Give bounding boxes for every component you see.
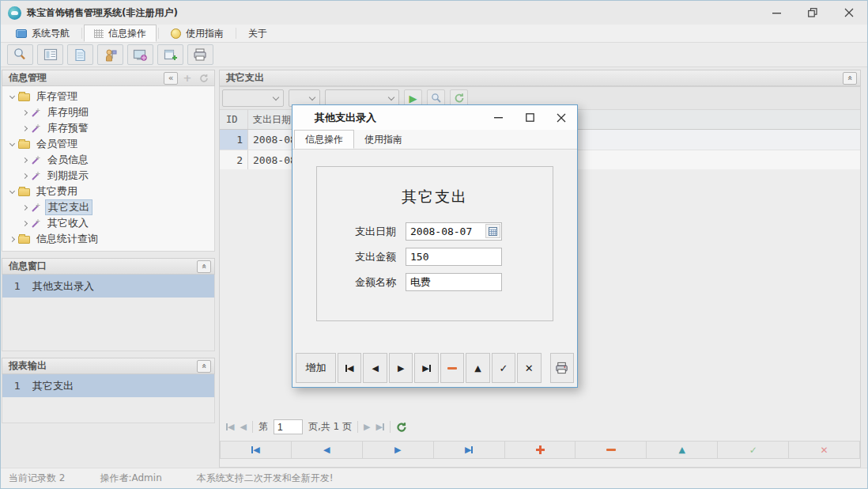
collapse-up-button[interactable]: « (843, 72, 857, 85)
expense-amount-input[interactable] (406, 248, 502, 266)
refresh-icon[interactable] (197, 72, 211, 85)
dialog-tab-info-ops[interactable]: 信息操作 (294, 130, 354, 149)
document-button[interactable] (67, 44, 93, 65)
minimize-button[interactable] (758, 1, 794, 25)
print-button[interactable] (187, 44, 213, 65)
dialog-first-button[interactable]: ◀ (338, 353, 361, 383)
calendar-dropdown-button[interactable] (485, 224, 500, 238)
menu-item-system-nav[interactable]: 系统导航 (6, 25, 80, 42)
collapse-left-button[interactable]: « (164, 72, 178, 85)
record-count-label: 当前记录数 2 (9, 472, 65, 485)
nav-prev-button[interactable]: ◀ (292, 442, 363, 458)
tree-node-inventory-alert[interactable]: 库存预警 (2, 120, 214, 136)
dialog-confirm-button[interactable]: ✓ (492, 353, 515, 383)
divider (357, 421, 358, 433)
cell-id: 2 (220, 150, 248, 169)
dialog-next-button[interactable]: ▶ (389, 353, 413, 383)
chevron-right-icon (22, 204, 28, 210)
restore-button[interactable] (794, 1, 831, 25)
close-button[interactable] (831, 1, 867, 25)
collapse-up-button[interactable]: « (197, 360, 211, 373)
wand-icon (31, 171, 41, 181)
chevron-down-icon (9, 188, 15, 193)
tree-node-inventory[interactable]: 库存管理 (2, 89, 214, 104)
list-item[interactable]: 1 其它支出 (2, 374, 214, 397)
reload-button[interactable] (396, 422, 407, 433)
chevron-down-icon (273, 93, 279, 100)
calendar-icon (489, 227, 497, 236)
dialog-edit-button[interactable]: ▲ (466, 353, 489, 383)
dialog-prev-button[interactable]: ◀ (363, 353, 387, 383)
search-icon (13, 47, 28, 62)
chevron-down-icon (309, 93, 315, 100)
record-edit-button[interactable]: ▲ (647, 442, 718, 458)
app-logo-icon (8, 6, 21, 20)
nav-next-button[interactable]: ▶ (363, 442, 434, 458)
plus-icon (536, 445, 545, 454)
page-number-input[interactable] (274, 419, 303, 434)
menu-item-about[interactable]: 关于 (238, 25, 277, 42)
tree-node-inventory-detail[interactable]: 库存明细 (2, 104, 214, 120)
content-panel-header: 其它支出 « (219, 70, 861, 86)
prev-page-button[interactable]: ◀ (240, 422, 246, 432)
tree-node-other-expense[interactable]: 其它支出 (2, 199, 214, 215)
dialog-delete-button[interactable] (440, 353, 464, 383)
grid-icon (94, 29, 104, 38)
refresh-icon (396, 422, 407, 433)
record-add-button[interactable] (505, 442, 576, 458)
list-item[interactable]: 1 其他支出录入 (2, 275, 214, 298)
expense-name-label: 金额名称 (355, 275, 406, 290)
dialog-tab-guide[interactable]: 使用指南 (354, 130, 413, 149)
grid-header-id[interactable]: ID (220, 110, 248, 129)
add-icon[interactable]: + (180, 72, 194, 85)
play-icon: ▶ (409, 93, 417, 104)
nav-last-button[interactable]: ▶ (434, 442, 505, 458)
dialog-cancel-button[interactable]: ✕ (517, 353, 541, 383)
filter-field-select[interactable] (222, 89, 284, 107)
dialog-close-button[interactable] (545, 105, 577, 130)
expense-name-input[interactable] (406, 273, 502, 291)
dialog-print-button[interactable] (550, 353, 574, 383)
info-window-list: 1 其他支出录入 (2, 275, 215, 351)
wand-icon (31, 155, 41, 165)
folder-icon (18, 236, 30, 244)
menu-bar: 系统导航 信息操作 使用指南 关于 (1, 25, 867, 43)
page-total-label: 页,共 1 页 (308, 420, 352, 434)
tree-label: 其它支出 (45, 199, 92, 215)
chevron-down-icon (9, 93, 15, 98)
expense-entry-dialog: 其他支出录入 信息操作 使用指南 其它支出 (292, 104, 578, 388)
menu-item-guide[interactable]: 使用指南 (160, 25, 234, 42)
expense-groupbox: 其它支出 支出日期 (316, 166, 553, 321)
panel-title: 报表输出 (9, 359, 194, 373)
record-delete-button[interactable] (576, 442, 647, 458)
search-button[interactable] (7, 44, 33, 65)
screen-button[interactable] (127, 44, 153, 65)
record-cancel-button[interactable]: ✕ (789, 442, 859, 458)
record-post-button[interactable]: ✓ (718, 442, 789, 458)
tree-node-other-income[interactable]: 其它收入 (2, 215, 214, 231)
export-button[interactable] (157, 44, 183, 65)
wand-icon (31, 123, 41, 134)
tree-node-member-info[interactable]: 会员信息 (2, 152, 214, 168)
dialog-minimize-button[interactable] (482, 105, 514, 130)
menu-item-info-ops[interactable]: 信息操作 (84, 25, 157, 42)
add-record-button[interactable]: 增加 (296, 353, 336, 383)
last-page-button[interactable]: ▶ (376, 422, 383, 432)
list-view-button[interactable] (37, 44, 63, 65)
user-button[interactable] (97, 44, 123, 65)
folder-icon (18, 188, 30, 196)
tree-node-other-fees[interactable]: 其它费用 (2, 184, 214, 199)
tree-label: 库存管理 (34, 89, 80, 104)
dialog-maximize-button[interactable] (514, 105, 545, 130)
tree-node-expiry-reminder[interactable]: 到期提示 (2, 168, 214, 184)
status-bar: 当前记录数 2 操作者:Admin 本系统支持二次开发和全新开发! (1, 468, 867, 488)
dialog-last-button[interactable]: ▶ (414, 353, 438, 383)
next-page-button[interactable]: ▶ (364, 422, 370, 432)
tree-node-statistics[interactable]: 信息统计查询 (2, 231, 214, 247)
nav-first-button[interactable]: ◀ (221, 442, 292, 458)
info-manage-panel-header: 信息管理 « + (2, 70, 215, 86)
tree-node-members[interactable]: 会员管理 (2, 136, 214, 152)
collapse-up-button[interactable]: « (197, 260, 211, 273)
first-page-button[interactable]: ◀ (226, 422, 234, 432)
title-bar: 珠宝首饰销售管理系统(非注册用户) (1, 1, 867, 25)
